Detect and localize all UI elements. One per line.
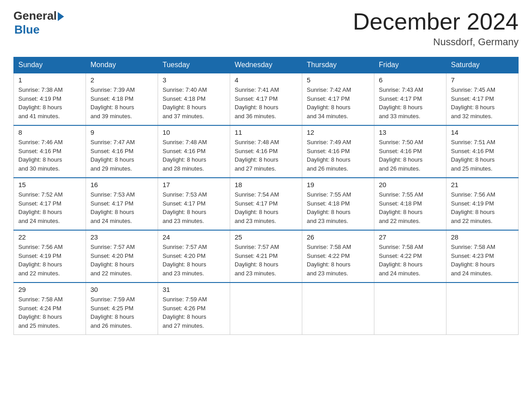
day-number: 23 [90,233,153,241]
day-info: Sunrise: 7:58 AM Sunset: 4:23 PM Dayligh… [451,243,514,278]
day-number: 8 [18,128,81,136]
calendar-location: Nussdorf, Germany [353,36,519,48]
table-row: 31 Sunrise: 7:59 AM Sunset: 4:26 PM Dayl… [158,283,230,335]
day-number: 30 [90,286,153,293]
day-number: 25 [235,233,297,241]
calendar-title-block: December 2024 Nussdorf, Germany [353,9,519,48]
table-row: 15 Sunrise: 7:52 AM Sunset: 4:17 PM Dayl… [14,178,86,230]
table-row: 22 Sunrise: 7:56 AM Sunset: 4:19 PM Dayl… [14,230,86,283]
col-monday: Monday [86,57,158,73]
table-row: 9 Sunrise: 7:47 AM Sunset: 4:16 PM Dayli… [86,125,158,178]
col-sunday: Sunday [14,57,86,73]
calendar-week-row: 29 Sunrise: 7:58 AM Sunset: 4:24 PM Dayl… [14,283,519,335]
table-row: 24 Sunrise: 7:57 AM Sunset: 4:20 PM Dayl… [158,230,230,283]
day-info: Sunrise: 7:43 AM Sunset: 4:17 PM Dayligh… [379,86,442,120]
day-info: Sunrise: 7:58 AM Sunset: 4:22 PM Dayligh… [379,243,442,278]
day-number: 10 [163,128,225,136]
table-row: 13 Sunrise: 7:50 AM Sunset: 4:16 PM Dayl… [374,125,446,178]
day-info: Sunrise: 7:53 AM Sunset: 4:17 PM Dayligh… [163,190,225,225]
day-number: 28 [451,233,514,241]
day-info: Sunrise: 7:57 AM Sunset: 4:21 PM Dayligh… [235,243,297,278]
day-info: Sunrise: 7:57 AM Sunset: 4:20 PM Dayligh… [90,243,153,278]
table-row: 19 Sunrise: 7:55 AM Sunset: 4:18 PM Dayl… [302,178,374,230]
col-tuesday: Tuesday [158,57,230,73]
day-info: Sunrise: 7:55 AM Sunset: 4:18 PM Dayligh… [307,190,369,225]
day-number: 29 [18,286,81,293]
table-row: 1 Sunrise: 7:38 AM Sunset: 4:19 PM Dayli… [14,73,86,125]
table-row: 23 Sunrise: 7:57 AM Sunset: 4:20 PM Dayl… [86,230,158,283]
day-info: Sunrise: 7:38 AM Sunset: 4:19 PM Dayligh… [18,86,81,120]
day-info: Sunrise: 7:57 AM Sunset: 4:20 PM Dayligh… [163,243,225,278]
day-info: Sunrise: 7:47 AM Sunset: 4:16 PM Dayligh… [90,138,153,173]
table-row: 11 Sunrise: 7:48 AM Sunset: 4:16 PM Dayl… [230,125,302,178]
logo-general-text: General [13,9,57,23]
day-info: Sunrise: 7:45 AM Sunset: 4:17 PM Dayligh… [451,86,514,120]
day-number: 13 [379,128,442,136]
day-number: 27 [379,233,442,241]
day-number: 4 [235,76,297,84]
table-row: 10 Sunrise: 7:48 AM Sunset: 4:16 PM Dayl… [158,125,230,178]
table-row: 30 Sunrise: 7:59 AM Sunset: 4:25 PM Dayl… [86,283,158,335]
day-number: 12 [307,128,369,136]
col-wednesday: Wednesday [230,57,302,73]
table-row: 4 Sunrise: 7:41 AM Sunset: 4:17 PM Dayli… [230,73,302,125]
table-row: 29 Sunrise: 7:58 AM Sunset: 4:24 PM Dayl… [14,283,86,335]
table-row: 14 Sunrise: 7:51 AM Sunset: 4:16 PM Dayl… [446,125,519,178]
table-row: 3 Sunrise: 7:40 AM Sunset: 4:18 PM Dayli… [158,73,230,125]
table-row: 28 Sunrise: 7:58 AM Sunset: 4:23 PM Dayl… [446,230,519,283]
day-info: Sunrise: 7:58 AM Sunset: 4:24 PM Dayligh… [18,295,81,330]
calendar-week-row: 22 Sunrise: 7:56 AM Sunset: 4:19 PM Dayl… [14,230,519,283]
day-info: Sunrise: 7:46 AM Sunset: 4:16 PM Dayligh… [18,138,81,173]
table-row: 20 Sunrise: 7:55 AM Sunset: 4:18 PM Dayl… [374,178,446,230]
table-row: 27 Sunrise: 7:58 AM Sunset: 4:22 PM Dayl… [374,230,446,283]
day-number: 21 [451,181,514,188]
day-number: 15 [18,181,81,188]
day-info: Sunrise: 7:51 AM Sunset: 4:16 PM Dayligh… [451,138,514,173]
day-number: 5 [307,76,369,84]
page-header: General Blue December 2024 Nussdorf, Ger… [13,9,519,48]
day-info: Sunrise: 7:49 AM Sunset: 4:16 PM Dayligh… [307,138,369,173]
day-number: 6 [379,76,442,84]
table-row [230,283,302,335]
calendar-week-row: 1 Sunrise: 7:38 AM Sunset: 4:19 PM Dayli… [14,73,519,125]
day-number: 18 [235,181,297,188]
day-info: Sunrise: 7:56 AM Sunset: 4:19 PM Dayligh… [451,190,514,225]
day-info: Sunrise: 7:40 AM Sunset: 4:18 PM Dayligh… [163,86,225,120]
day-number: 31 [163,286,225,293]
table-row: 2 Sunrise: 7:39 AM Sunset: 4:18 PM Dayli… [86,73,158,125]
col-friday: Friday [374,57,446,73]
day-number: 19 [307,181,369,188]
day-info: Sunrise: 7:54 AM Sunset: 4:17 PM Dayligh… [235,190,297,225]
logo-arrow-icon [58,12,64,21]
table-row [374,283,446,335]
day-number: 7 [451,76,514,84]
day-number: 16 [90,181,153,188]
day-info: Sunrise: 7:56 AM Sunset: 4:19 PM Dayligh… [18,243,81,278]
table-row: 21 Sunrise: 7:56 AM Sunset: 4:19 PM Dayl… [446,178,519,230]
day-number: 3 [163,76,225,84]
day-info: Sunrise: 7:48 AM Sunset: 4:16 PM Dayligh… [163,138,225,173]
day-number: 14 [451,128,514,136]
logo-blue-text: Blue [14,23,39,37]
day-info: Sunrise: 7:58 AM Sunset: 4:22 PM Dayligh… [307,243,369,278]
day-info: Sunrise: 7:50 AM Sunset: 4:16 PM Dayligh… [379,138,442,173]
table-row [302,283,374,335]
table-row: 18 Sunrise: 7:54 AM Sunset: 4:17 PM Dayl… [230,178,302,230]
table-row: 17 Sunrise: 7:53 AM Sunset: 4:17 PM Dayl… [158,178,230,230]
day-number: 9 [90,128,153,136]
day-number: 22 [18,233,81,241]
calendar-month-year: December 2024 [353,9,519,34]
day-number: 26 [307,233,369,241]
calendar-table: Sunday Monday Tuesday Wednesday Thursday… [13,57,519,335]
day-number: 24 [163,233,225,241]
day-number: 1 [18,76,81,84]
table-row: 26 Sunrise: 7:58 AM Sunset: 4:22 PM Dayl… [302,230,374,283]
calendar-header-row: Sunday Monday Tuesday Wednesday Thursday… [14,57,519,73]
day-info: Sunrise: 7:41 AM Sunset: 4:17 PM Dayligh… [235,86,297,120]
col-thursday: Thursday [302,57,374,73]
col-saturday: Saturday [446,57,519,73]
day-info: Sunrise: 7:53 AM Sunset: 4:17 PM Dayligh… [90,190,153,225]
table-row: 6 Sunrise: 7:43 AM Sunset: 4:17 PM Dayli… [374,73,446,125]
table-row [446,283,519,335]
table-row: 16 Sunrise: 7:53 AM Sunset: 4:17 PM Dayl… [86,178,158,230]
